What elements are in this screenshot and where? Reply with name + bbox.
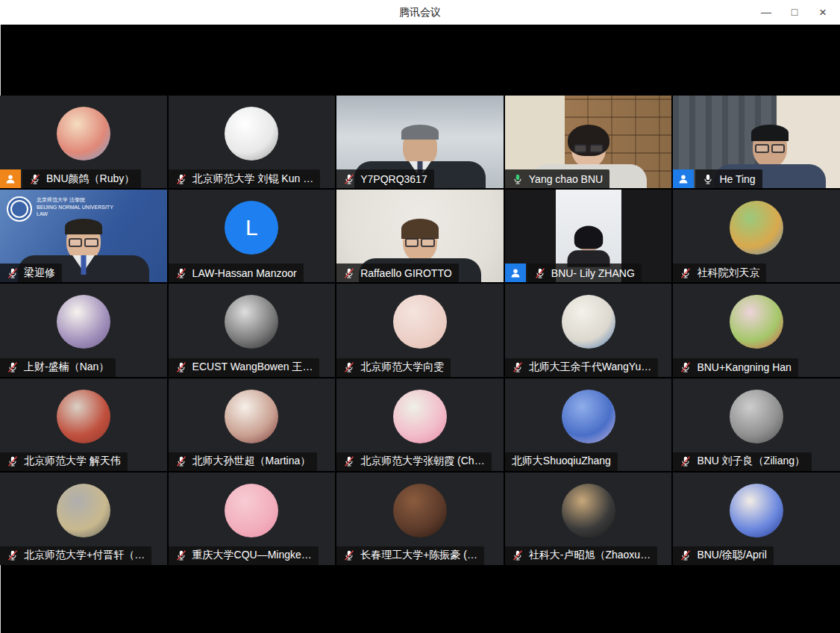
mic-muted-icon — [680, 361, 692, 373]
participant-name: 社科院刘天京 — [697, 266, 759, 280]
name-label: 长春理工大学+陈振豪 (… — [336, 546, 484, 565]
mic-muted-icon — [29, 173, 41, 185]
participant-tile[interactable]: Y7PQRQ3617 — [336, 96, 504, 188]
window-title: 腾讯会议 — [0, 0, 840, 25]
participant-tile[interactable]: Yang chao BNU — [505, 96, 672, 188]
participant-tile[interactable]: 北师大ShuoqiuZhang — [505, 378, 672, 471]
mic-muted-icon — [343, 549, 355, 561]
name-label: ECUST WangBowen 王… — [169, 358, 320, 377]
person-video-silhouette — [549, 228, 627, 267]
meeting-window: 腾讯会议 — □ × — [0, 0, 840, 633]
participant-tile[interactable]: L — [169, 190, 336, 282]
name-label: 北师大ShuoqiuZhang — [505, 452, 618, 471]
avatar — [225, 295, 278, 349]
participant-name: 北京师范大学+付晋轩（… — [24, 549, 145, 562]
person-badge-icon — [4, 173, 16, 185]
participant-name: 北京师范大学 刘锟 Kun … — [192, 172, 314, 186]
participant-tile[interactable]: 北京师范大学张朝霞 (Ch… — [336, 378, 504, 471]
participant-name: Y7PQRQ3617 — [360, 173, 427, 185]
participant-tile[interactable]: 长春理工大学+陈振豪 (… — [336, 473, 504, 565]
name-label: Yang chao BNU — [505, 169, 609, 188]
name-label: 重庆大学CQU—Mingke… — [169, 546, 319, 565]
name-label: 上财-盛楠（Nan） — [0, 358, 116, 377]
participant-tile[interactable]: 北京师范大学 刘锟 Kun … — [169, 96, 336, 188]
virtual-bg-text: 北京师范大学 法學院 BEIJING NORMAL UNIVERSITY LAW — [37, 196, 113, 217]
mic-muted-icon — [343, 455, 355, 467]
participant-tile[interactable]: BNU- Lily ZHANG — [505, 190, 672, 282]
name-label: 梁迎修 — [0, 264, 62, 282]
name-label: 北师大王余千代WangYu… — [505, 358, 658, 377]
participant-tile[interactable]: 社科大-卢昭旭（Zhaoxu… — [505, 473, 672, 565]
avatar — [57, 484, 110, 537]
mic-muted-icon — [175, 267, 187, 279]
mic-muted-icon — [7, 455, 19, 467]
mic-muted-icon — [343, 173, 355, 185]
mic-muted-icon — [7, 549, 19, 561]
participant-tile[interactable]: 北京师范大学 解天伟 — [0, 378, 167, 471]
avatar-letter: L — [245, 215, 258, 240]
name-label: BNU- Lily ZHANG — [527, 264, 642, 282]
avatar — [730, 484, 783, 537]
mic-muted-icon — [343, 267, 355, 279]
avatar — [393, 390, 447, 443]
avatar — [562, 295, 615, 349]
person-badge-icon — [677, 173, 689, 185]
meeting-stage: BNU颜鸽（Ruby） — [0, 25, 840, 633]
name-label: 北京师范大学 刘锟 Kun … — [169, 169, 321, 188]
participant-name: 长春理工大学+陈振豪 (… — [360, 549, 477, 562]
window-controls: — □ × — [752, 0, 837, 25]
participant-tile[interactable]: He Ting — [673, 96, 840, 188]
name-label: He Ting — [695, 169, 762, 188]
minimize-button[interactable]: — — [752, 0, 780, 25]
participant-tile[interactable]: ECUST WangBowen 王… — [169, 284, 336, 376]
participant-tile[interactable]: 北师大王余千代WangYu… — [505, 284, 672, 376]
participant-name: BNU- Lily ZHANG — [551, 267, 635, 279]
participant-tile[interactable]: 上财-盛楠（Nan） — [0, 284, 167, 376]
mic-muted-icon — [7, 361, 19, 373]
participant-tile[interactable]: 北京师范大学 法學院 BEIJING NORMAL UNIVERSITY LAW — [0, 190, 167, 282]
mic-muted-icon — [512, 549, 524, 561]
maximize-button[interactable]: □ — [780, 0, 809, 25]
participant-name: 北京师范大学张朝霞 (Ch… — [360, 455, 484, 468]
name-label: 北京师范大学 解天伟 — [0, 452, 128, 471]
mic-muted-icon — [534, 267, 546, 279]
avatar: L — [225, 201, 278, 255]
participant-tile[interactable]: BNU/徐聪/April — [673, 473, 840, 565]
name-label: Raffaello GIROTTO — [336, 264, 458, 282]
mic-muted-icon — [7, 267, 19, 279]
virtual-bg-logo: 北京师范大学 法學院 BEIJING NORMAL UNIVERSITY LAW — [7, 196, 134, 222]
participant-grid: BNU颜鸽（Ruby） — [0, 96, 840, 565]
person-hair — [401, 219, 439, 239]
participant-name: LAW-Hassan Manzoor — [192, 267, 297, 279]
close-button[interactable]: × — [809, 0, 837, 25]
avatar — [225, 484, 278, 537]
participant-tile[interactable]: 重庆大学CQU—Mingke… — [169, 473, 336, 565]
participant-tile[interactable]: BNU 刘子良（Ziliang） — [673, 378, 840, 471]
participant-tile[interactable]: 社科院刘天京 — [673, 190, 840, 282]
participant-name: 北师大王余千代WangYu… — [529, 361, 651, 374]
name-label: BNU+Kangning Han — [673, 358, 797, 377]
name-label: 社科院刘天京 — [673, 264, 766, 282]
name-label: 北京师范大学+付晋轩（… — [0, 546, 151, 565]
person-hair — [751, 125, 789, 141]
participant-tile[interactable]: 北京师范大学+付晋轩（… — [0, 473, 167, 565]
participant-tile[interactable]: BNU+Kangning Han — [673, 284, 840, 376]
name-label: 社科大-卢昭旭（Zhaoxu… — [505, 546, 657, 565]
avatar — [57, 107, 110, 160]
participant-name: Raffaello GIROTTO — [360, 267, 451, 279]
glasses-icon — [574, 144, 604, 153]
participant-name: BNU 刘子良（Ziliang） — [697, 455, 805, 468]
glasses-icon — [405, 238, 435, 247]
name-label: BNU颜鸽（Ruby） — [22, 169, 141, 188]
participant-name: BNU/徐聪/April — [697, 549, 766, 562]
mic-muted-icon — [680, 455, 692, 467]
participant-tile[interactable]: BNU颜鸽（Ruby） — [0, 96, 167, 188]
role-badge — [0, 169, 21, 188]
mic-muted-icon — [175, 361, 187, 373]
participant-tile[interactable]: 北京师范大学向雯 — [336, 284, 504, 376]
glasses-icon — [69, 238, 98, 247]
participant-tile[interactable]: Raffaello GIROTTO — [336, 190, 504, 282]
mic-muted-icon — [175, 455, 187, 467]
participant-tile[interactable]: 北师大孙世超（Martina） — [169, 378, 336, 471]
participant-name: ECUST WangBowen 王… — [192, 361, 313, 374]
